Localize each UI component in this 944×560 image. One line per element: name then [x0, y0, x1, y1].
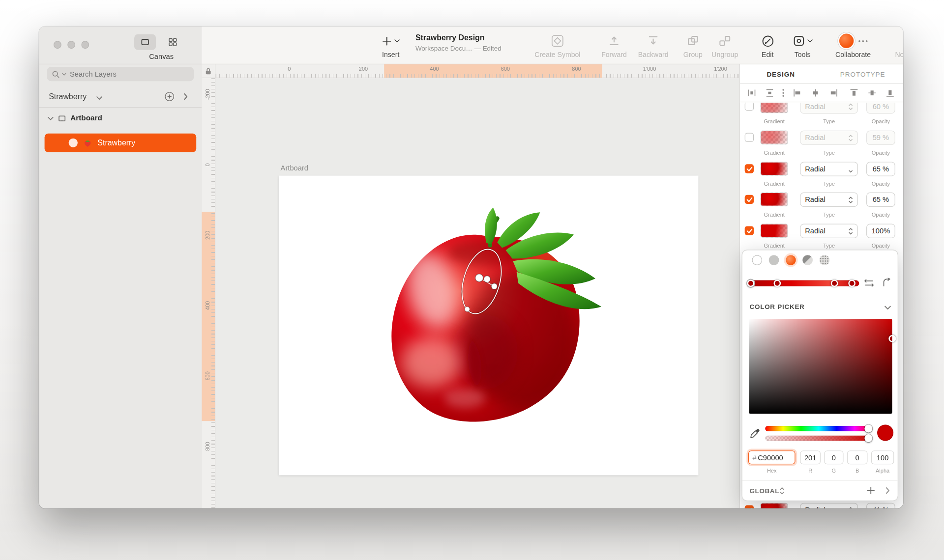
- sidebar: Canvas Strawberry: [39, 27, 203, 508]
- layer-name: Strawberry: [97, 139, 135, 147]
- fill-opacity-field[interactable]: 41 %: [866, 503, 895, 508]
- green-field[interactable]: 0: [824, 450, 843, 464]
- current-color-well[interactable]: [877, 424, 893, 441]
- minimize-window-button[interactable]: [67, 41, 75, 49]
- fill-checkbox[interactable]: [745, 226, 754, 235]
- canvas-viewport[interactable]: Artboard: [215, 78, 739, 508]
- gradient-swatch[interactable]: [761, 162, 788, 175]
- gradient-stop[interactable]: [848, 280, 856, 287]
- eyedropper-icon[interactable]: [749, 428, 760, 439]
- expand-pages-chevron-icon[interactable]: [183, 93, 188, 100]
- insert-button[interactable]: Insert: [372, 33, 410, 58]
- fill-checkbox[interactable]: [745, 102, 754, 111]
- reverse-gradient-icon[interactable]: [864, 279, 874, 287]
- saturation-brightness-map[interactable]: [749, 319, 892, 414]
- fill-opacity-field[interactable]: 100%: [866, 224, 895, 238]
- gradient-swatch[interactable]: [761, 503, 788, 508]
- canvas-icon: [140, 37, 150, 47]
- rotate-gradient-icon[interactable]: [883, 278, 891, 288]
- add-page-icon[interactable]: [164, 91, 175, 102]
- search-layers-field[interactable]: [47, 67, 194, 81]
- gradient-stop[interactable]: [773, 280, 781, 287]
- tab-prototype[interactable]: PROTOTYPE: [822, 64, 903, 83]
- fill-opacity-field[interactable]: 65 %: [866, 193, 895, 207]
- gradient-swatch[interactable]: [761, 131, 788, 144]
- hue-knob[interactable]: [864, 424, 872, 432]
- fill-type-select[interactable]: Radial: [800, 224, 858, 238]
- ruler-label: -200: [205, 84, 210, 105]
- fill-opacity-field[interactable]: 59 %: [866, 131, 895, 145]
- align-right-icon[interactable]: [829, 88, 838, 97]
- global-stepper-icon[interactable]: [780, 487, 785, 495]
- color-selection-ring[interactable]: [888, 335, 896, 342]
- tab-design[interactable]: DESIGN: [740, 64, 822, 83]
- gradient-stop[interactable]: [831, 280, 838, 287]
- edit-button[interactable]: Edit: [751, 33, 785, 58]
- ungroup-button[interactable]: Ungroup: [705, 33, 745, 58]
- more-alignment-icon[interactable]: [782, 88, 785, 97]
- distribute-vertical-icon[interactable]: [765, 88, 774, 97]
- fill-type-none-icon[interactable]: [752, 255, 762, 265]
- page-row[interactable]: Strawberry: [39, 89, 202, 105]
- page-name[interactable]: Strawberry: [49, 92, 87, 101]
- expand-global-chevron-icon[interactable]: [885, 487, 890, 494]
- components-view-toggle[interactable]: [162, 34, 183, 50]
- artboard-tree-item[interactable]: Artboard: [39, 111, 202, 126]
- gradient-column-label: Gradient: [753, 181, 796, 187]
- fill-checkbox[interactable]: [745, 505, 754, 508]
- add-global-color-icon[interactable]: [866, 486, 875, 495]
- hex-value[interactable]: C90000: [758, 453, 783, 462]
- gradient-swatch[interactable]: [761, 193, 788, 206]
- fill-type-solid-icon[interactable]: [769, 255, 779, 265]
- layer-row-strawberry[interactable]: Strawberry: [45, 134, 197, 152]
- tools-button[interactable]: Tools: [786, 33, 820, 58]
- align-center-horizontal-icon[interactable]: [811, 88, 820, 97]
- fill-checkbox[interactable]: [745, 164, 754, 173]
- distribute-horizontal-icon[interactable]: [747, 88, 756, 97]
- align-bottom-icon[interactable]: [885, 88, 894, 97]
- type-column-label: Type: [806, 181, 852, 187]
- canvas-view-toggle[interactable]: [134, 34, 156, 50]
- gradient-swatch[interactable]: [761, 224, 788, 238]
- fill-type-pattern-icon[interactable]: [820, 255, 830, 265]
- fill-type-select[interactable]: Radial: [800, 193, 858, 207]
- check-icon: [746, 507, 752, 508]
- fill-type-angular-icon[interactable]: [802, 255, 813, 265]
- fill-type-gradient-icon[interactable]: [786, 255, 796, 265]
- collaborate-button[interactable]: Collaborate: [825, 33, 882, 58]
- ruler-label: 400: [205, 295, 210, 316]
- alpha-slider[interactable]: [765, 436, 872, 441]
- alpha-field[interactable]: 100: [871, 450, 894, 464]
- zoom-window-button[interactable]: [81, 41, 89, 49]
- align-middle-vertical-icon[interactable]: [867, 88, 876, 97]
- fill-type-select[interactable]: Radial: [800, 503, 858, 508]
- blue-field[interactable]: 0: [847, 450, 868, 464]
- artboard-canvas-label[interactable]: Artboard: [281, 164, 308, 172]
- close-window-button[interactable]: [54, 41, 61, 49]
- inspector-tabbar: DESIGN PROTOTYPE: [740, 64, 903, 84]
- align-left-icon[interactable]: [793, 88, 802, 97]
- align-top-icon[interactable]: [850, 88, 858, 97]
- fill-type-select[interactable]: Radial: [800, 131, 858, 145]
- search-input[interactable]: [69, 69, 168, 79]
- lock-icon[interactable]: [205, 67, 212, 75]
- group-icon: [687, 35, 699, 47]
- fill-opacity-field[interactable]: 65 %: [866, 162, 895, 176]
- red-field[interactable]: 201: [800, 450, 821, 464]
- notifications-button[interactable]: Notifications: [885, 33, 903, 58]
- fill-type-select[interactable]: Radial: [800, 162, 858, 176]
- backward-button[interactable]: Backward: [632, 33, 675, 58]
- hex-field[interactable]: # C90000: [748, 450, 796, 464]
- alpha-knob[interactable]: [864, 434, 872, 442]
- collapse-section-chevron-icon[interactable]: [885, 306, 891, 310]
- fill-checkbox[interactable]: [745, 195, 754, 204]
- disclosure-chevron-icon[interactable]: [48, 117, 54, 120]
- strawberry-illustration[interactable]: [361, 204, 620, 433]
- hue-slider[interactable]: [765, 426, 872, 431]
- gradient-bar[interactable]: [749, 280, 859, 286]
- fill-checkbox[interactable]: [745, 133, 754, 142]
- page-chevron-down-icon[interactable]: [96, 96, 102, 100]
- gradient-stop[interactable]: [747, 280, 755, 287]
- forward-button[interactable]: Forward: [593, 33, 635, 58]
- create-symbol-button[interactable]: Create Symbol: [525, 33, 591, 58]
